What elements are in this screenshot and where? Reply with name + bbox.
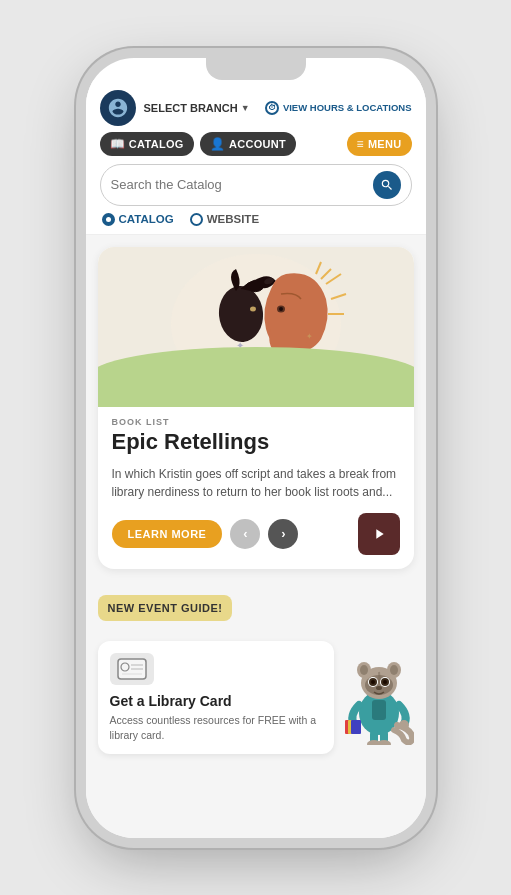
- svg-point-24: [360, 665, 368, 675]
- svg-line-7: [321, 269, 331, 279]
- search-catalog-option[interactable]: CATALOG: [102, 213, 174, 226]
- svg-point-3: [250, 307, 256, 312]
- branch-select[interactable]: SELECT BRANCH ▼: [144, 102, 257, 114]
- svg-line-8: [316, 262, 321, 274]
- svg-point-31: [371, 680, 375, 684]
- search-options: CATALOG WEBSITE: [100, 213, 412, 226]
- library-card-box: Get a Library Card Access countless reso…: [98, 641, 334, 754]
- search-icon: [380, 178, 394, 192]
- nav-buttons: 📖 CATALOG 👤 ACCOUNT ≡ MENU: [100, 132, 412, 156]
- website-radio-button[interactable]: [190, 213, 203, 226]
- id-card-icon: [110, 653, 154, 685]
- event-guide-banner[interactable]: NEW EVENT GUIDE!: [98, 595, 233, 621]
- bottom-section: NEW EVENT GUIDE! Get a Library Card: [86, 595, 426, 766]
- main-content: ✦ ✦ ✦ BOOK LIST E: [86, 235, 426, 595]
- search-button[interactable]: [373, 171, 401, 199]
- raccoon-illustration: [344, 625, 414, 745]
- search-bar: [100, 164, 412, 206]
- clock-icon: ⏱: [265, 101, 279, 115]
- carousel-next-button[interactable]: ›: [268, 519, 298, 549]
- phone-notch: [206, 58, 306, 80]
- library-logo[interactable]: [100, 90, 136, 126]
- raccoon-mascot: [344, 625, 414, 749]
- phone-frame: SELECT BRANCH ▼ ⏱ VIEW HOURS & LOCATIONS…: [86, 58, 426, 838]
- svg-text:✦: ✦: [306, 332, 313, 341]
- svg-rect-36: [372, 700, 386, 720]
- play-icon: [371, 526, 387, 542]
- feature-body: BOOK LIST Epic Retellings In which Krist…: [98, 407, 414, 569]
- svg-point-25: [390, 665, 398, 675]
- svg-point-32: [383, 680, 387, 684]
- phone-screen: SELECT BRANCH ▼ ⏱ VIEW HOURS & LOCATIONS…: [86, 80, 426, 838]
- header: SELECT BRANCH ▼ ⏱ VIEW HOURS & LOCATIONS…: [86, 80, 426, 235]
- play-button[interactable]: [358, 513, 400, 555]
- feature-image: ✦ ✦ ✦: [98, 247, 414, 407]
- learn-more-button[interactable]: LEARN MORE: [112, 520, 223, 548]
- hours-locations-link[interactable]: ⏱ VIEW HOURS & LOCATIONS: [265, 101, 412, 115]
- catalog-nav-button[interactable]: 📖 CATALOG: [100, 132, 194, 156]
- menu-nav-button[interactable]: ≡ MENU: [347, 132, 412, 156]
- chevron-right-icon: ›: [281, 526, 285, 541]
- feature-actions: LEARN MORE ‹ ›: [112, 513, 400, 555]
- svg-line-4: [326, 274, 341, 284]
- svg-point-33: [376, 686, 382, 690]
- svg-rect-39: [351, 720, 361, 734]
- feature-description: In which Kristin goes off script and tak…: [112, 465, 400, 501]
- book-list-tag: BOOK LIST: [112, 417, 400, 427]
- library-card-description: Access countless resources for FREE with…: [110, 713, 322, 742]
- account-nav-button[interactable]: 👤 ACCOUNT: [200, 132, 296, 156]
- feature-card: ✦ ✦ ✦ BOOK LIST E: [98, 247, 414, 569]
- green-blob-decoration: [98, 347, 414, 407]
- carousel-prev-button[interactable]: ‹: [230, 519, 260, 549]
- bottom-left: NEW EVENT GUIDE! Get a Library Card: [98, 595, 334, 754]
- menu-icon: ≡: [357, 137, 364, 151]
- header-top: SELECT BRANCH ▼ ⏱ VIEW HOURS & LOCATIONS: [100, 90, 412, 126]
- library-card-title: Get a Library Card: [110, 693, 322, 709]
- book-icon: 📖: [110, 137, 125, 151]
- svg-point-43: [377, 740, 391, 745]
- search-input[interactable]: [111, 177, 373, 192]
- svg-point-10: [279, 307, 283, 311]
- person-icon: 👤: [210, 137, 225, 151]
- feature-title: Epic Retellings: [112, 429, 400, 455]
- search-website-option[interactable]: WEBSITE: [190, 213, 259, 226]
- chevron-left-icon: ‹: [243, 526, 247, 541]
- chevron-down-icon: ▼: [241, 103, 250, 113]
- catalog-radio-button[interactable]: [102, 213, 115, 226]
